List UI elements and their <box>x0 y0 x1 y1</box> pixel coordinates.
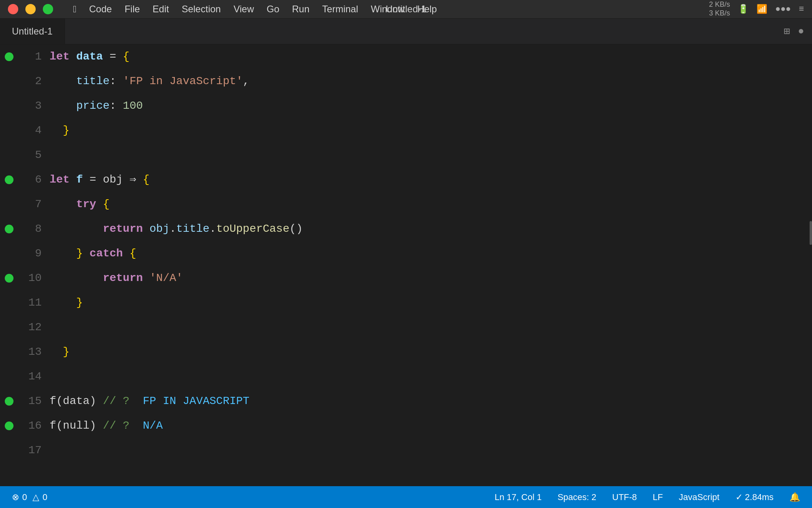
code-line: let f = obj ⇒ { <box>50 167 812 192</box>
token-kw-return: return <box>103 273 143 284</box>
menu-selection[interactable]: Selection <box>176 2 226 16</box>
language-mode[interactable]: JavaScript <box>679 492 720 502</box>
warning-number: 0 <box>42 492 47 502</box>
token-plain <box>143 223 149 235</box>
token-plain <box>50 199 76 210</box>
breakpoint-slot[interactable] <box>0 340 18 364</box>
code-line <box>50 315 812 340</box>
token-plain: ⇒ <box>130 174 143 185</box>
menu-view[interactable]: View <box>228 2 260 16</box>
close-button[interactable] <box>8 4 18 14</box>
menu-edit[interactable]: Edit <box>147 2 174 16</box>
token-brace: } <box>50 346 69 358</box>
breakpoint-slot[interactable] <box>0 143 18 167</box>
menu-terminal[interactable]: Terminal <box>317 2 364 16</box>
list-icon: ≡ <box>799 4 804 14</box>
perf-indicator[interactable]: ✓ 2.84ms <box>735 492 774 502</box>
breakpoint-slot[interactable] <box>0 217 18 241</box>
token-brace: { <box>143 174 149 185</box>
token-brace: { <box>123 51 130 62</box>
cursor-position[interactable]: Ln 17, Col 1 <box>495 492 542 502</box>
code-line: try { <box>50 192 812 217</box>
token-plain: () <box>289 223 303 235</box>
token-plain <box>96 199 103 210</box>
breakpoint-slot[interactable] <box>0 364 18 389</box>
menu-file[interactable]: File <box>119 2 146 16</box>
line-number: 15 <box>18 389 42 414</box>
breakpoint-slot[interactable] <box>0 315 18 340</box>
line-numbers: 1234567891011121314151617 <box>18 44 50 486</box>
token-plain: : <box>109 76 123 87</box>
token-str: 'FP in JavaScript' <box>123 76 243 87</box>
split-editor-icon[interactable]: ⊞ <box>784 25 790 38</box>
network-speed: 2 KB/s 3 KB/s <box>709 0 730 17</box>
titlebar-right: 2 KB/s 3 KB/s 🔋 📶 ●●● ≡ <box>709 0 812 17</box>
notification-icon[interactable]: 🔔 <box>789 492 800 502</box>
code-line: let data = { <box>50 44 812 69</box>
breakpoint-slot[interactable] <box>0 438 18 463</box>
breakpoint-slot[interactable] <box>0 241 18 266</box>
menu-go[interactable]: Go <box>261 2 285 16</box>
breakpoint-active <box>5 225 13 233</box>
token-comment: // ? <box>103 420 143 431</box>
line-number: 13 <box>18 340 42 364</box>
breakpoint-slot[interactable] <box>0 389 18 414</box>
token-plain <box>83 248 90 259</box>
breakpoint-slot[interactable] <box>0 94 18 118</box>
token-kw-try: try <box>76 199 96 210</box>
code-line: f(null) // ? N/A <box>50 414 812 438</box>
token-brace: } <box>76 297 83 308</box>
menu-apple[interactable]:  <box>67 2 82 16</box>
token-plain: , <box>243 76 249 87</box>
encoding[interactable]: UTF-8 <box>612 492 637 502</box>
window-title: Untitled-1 <box>386 4 427 15</box>
token-prop: obj <box>149 223 169 235</box>
menu-code[interactable]: Code <box>84 2 117 16</box>
line-number: 4 <box>18 118 42 143</box>
dot-icon[interactable]: ● <box>798 25 804 37</box>
line-number: 5 <box>18 143 42 167</box>
breakpoint-slot[interactable] <box>0 192 18 217</box>
breakpoint-slot[interactable] <box>0 266 18 291</box>
line-number: 17 <box>18 438 42 463</box>
line-ending[interactable]: LF <box>653 492 663 502</box>
token-plain: = <box>83 174 103 185</box>
breakpoint-slot[interactable] <box>0 44 18 69</box>
token-plain: obj <box>103 174 129 185</box>
menu-run[interactable]: Run <box>287 2 315 16</box>
code-line <box>50 438 812 463</box>
breakpoint-slot[interactable] <box>0 69 18 94</box>
code-editor[interactable]: let data = { title: 'FP in JavaScript', … <box>50 44 812 486</box>
breakpoint-slot[interactable] <box>0 118 18 143</box>
token-plain <box>143 273 149 284</box>
maximize-button[interactable] <box>43 4 53 14</box>
code-line: price: 100 <box>50 94 812 118</box>
error-count[interactable]: ⊗ 0 △ 0 <box>12 492 48 502</box>
token-var-name: data <box>76 51 103 62</box>
breakpoint-slot[interactable] <box>0 167 18 192</box>
warning-icon: △ <box>33 492 39 502</box>
code-line: } <box>50 118 812 143</box>
code-line: f(data) // ? FP IN JAVASCRIPT <box>50 389 812 414</box>
minimize-button[interactable] <box>25 4 36 14</box>
token-brace: } <box>76 248 83 259</box>
breakpoint-active <box>5 274 13 283</box>
error-icon: ⊗ <box>12 492 19 502</box>
token-str: 'N/A' <box>149 273 183 284</box>
line-number: 10 <box>18 266 42 291</box>
breakpoint-slot[interactable] <box>0 291 18 315</box>
status-bar: ⊗ 0 △ 0 Ln 17, Col 1 Spaces: 2 UTF-8 LF … <box>0 486 812 508</box>
token-plain <box>50 248 76 259</box>
editor-tab[interactable]: Untitled-1 <box>0 19 65 44</box>
wifi-icon: 📶 <box>756 4 767 15</box>
tab-label: Untitled-1 <box>12 26 53 37</box>
token-plain: : <box>109 100 123 112</box>
token-kw-let: let <box>50 174 76 185</box>
line-number: 3 <box>18 94 42 118</box>
token-brace: { <box>130 248 136 259</box>
indentation[interactable]: Spaces: 2 <box>557 492 596 502</box>
scrollbar[interactable] <box>810 221 812 245</box>
line-number: 7 <box>18 192 42 217</box>
breakpoint-slot[interactable] <box>0 414 18 438</box>
code-line: return obj.title.toUpperCase() <box>50 217 812 241</box>
